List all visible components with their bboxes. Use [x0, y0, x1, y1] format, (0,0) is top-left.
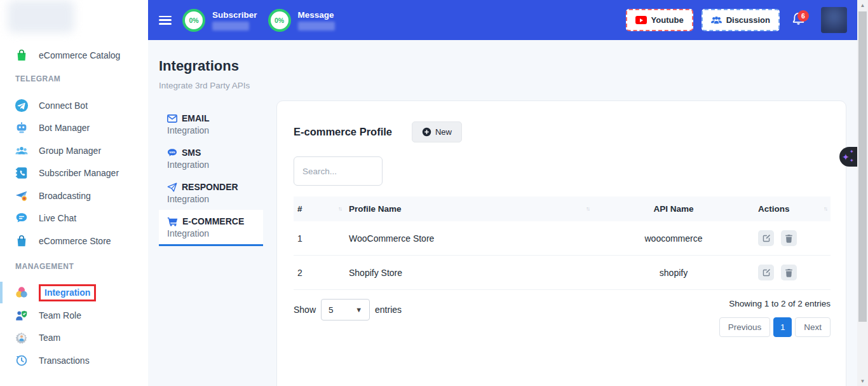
scroll-down-arrow[interactable]: ▼ — [857, 376, 868, 386]
actions-cell — [754, 221, 831, 256]
envelope-icon — [167, 114, 177, 123]
app-logo — [8, 0, 74, 33]
gear-person-icon — [15, 331, 29, 345]
sidebar-item-integration[interactable]: Integration — [0, 281, 148, 304]
broadcast-plane-icon — [15, 189, 29, 203]
tab-email-integration[interactable]: EMAIL Integration — [159, 107, 263, 141]
youtube-button-label: Youtube — [651, 15, 684, 25]
entries-label: entries — [375, 305, 402, 315]
scrollbar-thumb[interactable] — [858, 11, 867, 322]
sidebar-item-connect-bot[interactable]: Connect Bot — [0, 94, 148, 116]
column-header-actions[interactable]: Actions↑↓ — [754, 196, 831, 221]
hamburger-menu-icon[interactable] — [159, 16, 172, 25]
sort-icon[interactable]: ↑↓ — [824, 205, 827, 212]
sidebar-item-label: Connect Bot — [39, 100, 88, 111]
tab-subtitle: Integration — [167, 228, 255, 238]
sidebar-item-label: Broadcasting — [39, 191, 91, 201]
subscriber-stat-label: Subscriber — [212, 10, 257, 20]
message-stat: 0% Message — [268, 9, 335, 32]
sidebar-item-label: Bot Manager — [39, 123, 90, 133]
api-name-cell: shopify — [593, 256, 754, 290]
sidebar-item-team[interactable]: Team — [0, 327, 148, 349]
top-header: 0% Subscriber 0% Message Youtube Discuss… — [148, 0, 857, 40]
profiles-table: #↑↓ Profile Name↑↓ API Name Actions↑↓ 1 … — [294, 196, 831, 290]
discussion-button[interactable]: Discussion — [702, 9, 780, 31]
chat-bubble-icon — [15, 211, 29, 225]
integration-subnav: EMAIL Integration SMSSMS Integration RES… — [159, 107, 263, 246]
actions-cell — [754, 256, 831, 290]
sidebar-item-live-chat[interactable]: Live Chat — [0, 207, 148, 230]
svg-text:SMS: SMS — [169, 151, 175, 154]
sidebar-item-team-role[interactable]: Team Role — [0, 304, 148, 326]
delete-button[interactable] — [781, 230, 797, 246]
subscriber-percent: 0% — [189, 17, 198, 24]
edit-button[interactable] — [758, 265, 774, 280]
sidebar-item-label: Transactions — [39, 355, 90, 366]
row-number: 2 — [294, 256, 345, 290]
sidebar: eCommerce Catalog TELEGRAM Connect Bot B… — [0, 0, 148, 386]
next-page-button[interactable]: Next — [795, 317, 831, 337]
telegram-plane-icon — [15, 99, 29, 113]
page-size-value: 5 — [329, 305, 334, 315]
sidebar-item-label: Subscriber Manager — [39, 168, 119, 178]
trash-icon — [785, 268, 793, 277]
subscriber-stat-value-blurred — [212, 22, 249, 31]
red-annotation-box: Integration — [39, 284, 96, 301]
row-number: 1 — [294, 221, 345, 256]
sms-bubble-icon: SMS — [167, 148, 177, 157]
page-size-select[interactable]: 5 ▼ — [321, 299, 370, 321]
scroll-up-arrow[interactable]: ▲ — [857, 0, 868, 10]
sidebar-item-transactions[interactable]: Transactions — [0, 349, 148, 371]
edit-button[interactable] — [758, 230, 774, 246]
message-progress-circle: 0% — [268, 9, 291, 32]
person-shield-icon — [15, 308, 29, 322]
sidebar-item-ecommerce-store[interactable]: eCommerce Store — [0, 230, 148, 252]
column-header-profile-name[interactable]: Profile Name↑↓ — [345, 196, 593, 221]
tab-ecommerce-integration[interactable]: E-COMMERCE Integration — [159, 210, 263, 246]
page-title: Integrations — [159, 58, 239, 74]
youtube-button[interactable]: Youtube — [626, 9, 693, 31]
plus-circle-icon — [422, 127, 431, 137]
edit-icon — [762, 234, 771, 243]
sidebar-item-broadcasting[interactable]: Broadcasting — [0, 184, 148, 207]
notification-count-badge: 6 — [797, 10, 809, 22]
main-content: Integrations Integrate 3rd Party APIs EM… — [148, 40, 857, 386]
sidebar-section-management: MANAGEMENT — [15, 262, 74, 271]
clock-history-icon — [15, 354, 29, 368]
people-group-icon — [15, 144, 29, 158]
tab-sms-integration[interactable]: SMSSMS Integration — [159, 141, 263, 176]
sidebar-item-bot-manager[interactable]: Bot Manager — [0, 117, 148, 139]
sidebar-item-ecommerce-catalog[interactable]: eCommerce Catalog — [0, 44, 148, 66]
tab-title: RESPONDER — [182, 182, 238, 192]
search-input[interactable] — [294, 156, 383, 186]
tab-title: E-COMMERCE — [182, 216, 244, 226]
sidebar-section-telegram: TELEGRAM — [15, 74, 60, 83]
app-window: eCommerce Catalog TELEGRAM Connect Bot B… — [0, 0, 868, 386]
sort-icon[interactable]: ↑↓ — [586, 205, 589, 212]
sidebar-item-label: Live Chat — [39, 213, 76, 223]
page-1-button[interactable]: 1 — [773, 317, 792, 337]
sidebar-item-group-manager[interactable]: Group Manager — [0, 139, 148, 162]
user-avatar[interactable] — [821, 7, 847, 33]
previous-page-button[interactable]: Previous — [719, 317, 771, 337]
vertical-scrollbar[interactable]: ▲ ▼ — [857, 0, 868, 386]
discussion-people-icon — [711, 16, 722, 25]
discussion-button-label: Discussion — [726, 15, 770, 25]
color-circles-icon — [15, 286, 29, 300]
delete-button[interactable] — [781, 265, 797, 280]
table-row: 2 Shopify Store shopify — [294, 256, 831, 290]
column-header-num[interactable]: #↑↓ — [294, 196, 345, 221]
ai-assistant-fab[interactable]: ✦✦✦ — [839, 147, 857, 167]
page-subtitle: Integrate 3rd Party APIs — [159, 81, 250, 90]
youtube-icon — [635, 16, 647, 24]
new-profile-button[interactable]: New — [412, 121, 462, 142]
contact-book-icon — [15, 166, 29, 180]
card-title: E-commerce Profile — [294, 126, 392, 138]
tab-responder-integration[interactable]: RESPONDER Integration — [159, 176, 263, 210]
sort-icon[interactable]: ↑↓ — [338, 205, 341, 212]
notifications-button[interactable]: 6 — [792, 11, 805, 29]
column-header-api-name[interactable]: API Name — [593, 196, 754, 221]
tab-subtitle: Integration — [167, 125, 255, 135]
robot-icon — [15, 121, 29, 135]
sidebar-item-subscriber-manager[interactable]: Subscriber Manager — [0, 162, 148, 184]
